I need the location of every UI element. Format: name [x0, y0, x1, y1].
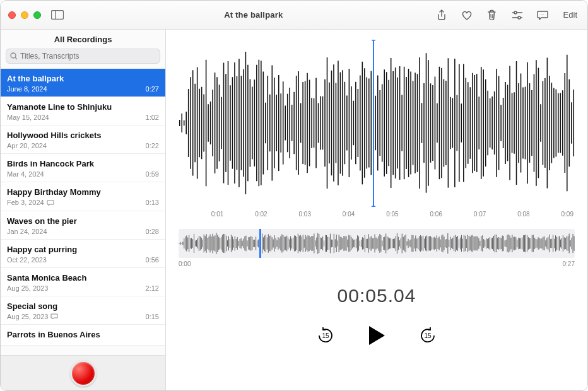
playhead[interactable]	[373, 40, 374, 207]
recording-date: June 8, 2024	[7, 85, 47, 93]
svg-point-9	[11, 53, 16, 58]
search-input[interactable]	[20, 52, 156, 61]
overview-playhead[interactable]	[259, 229, 261, 258]
recording-title: Hollywood Hills crickets	[7, 131, 159, 140]
close-window-button[interactable]	[8, 11, 16, 19]
timeline-tick: 0:08	[517, 211, 529, 218]
overview-start-time: 0:00	[179, 260, 191, 267]
recording-duration: 1:02	[146, 114, 159, 121]
transcript-badge-icon	[47, 200, 54, 207]
recording-item[interactable]: Special songAug 25, 20230:15	[1, 296, 165, 325]
recording-title: At the ballpark	[7, 74, 159, 83]
timeline-tick: 0:02	[255, 211, 267, 218]
svg-point-5	[514, 11, 517, 14]
recording-title: Happy cat purring	[7, 245, 159, 254]
main-panel: 0:010:020:030:040:050:060:070:080:09 0:0…	[166, 30, 587, 390]
sidebar-header: All Recordings	[1, 30, 165, 49]
recording-duration: 0:13	[146, 199, 159, 206]
recording-item[interactable]: Waves on the pierJan 24, 20240:28	[1, 211, 165, 240]
delete-button[interactable]	[485, 8, 499, 22]
recording-title: Parrots in Buenos Aires	[7, 330, 159, 339]
window-title: At the ballpark	[73, 10, 435, 20]
timeline-tick: 0:03	[299, 211, 311, 218]
recording-duration: 0:28	[146, 228, 159, 235]
recording-item[interactable]: Yamanote Line to ShinjukuMay 15, 20241:0…	[1, 97, 165, 125]
app-window: At the ballpark “ ” Edit All Recordings	[0, 0, 588, 391]
timeline-tick: 0:04	[343, 211, 355, 218]
play-button[interactable]	[367, 325, 386, 346]
favorite-button[interactable]	[460, 8, 474, 22]
recording-title: Yamanote Line to Shinjuku	[7, 102, 159, 112]
transcript-badge-icon	[50, 313, 58, 320]
recording-duration: 2:12	[146, 284, 159, 292]
sidebar-toggle-button[interactable]	[49, 8, 66, 22]
recording-date: Aug 25, 2023	[7, 313, 58, 321]
record-button[interactable]	[70, 360, 97, 387]
recording-title: Santa Monica Beach	[7, 273, 159, 283]
edit-button[interactable]: Edit	[561, 10, 580, 20]
recording-date: Feb 3, 2024	[7, 199, 54, 207]
settings-sliders-button[interactable]	[510, 8, 524, 22]
recording-item[interactable]: Happy Birthday MommyFeb 3, 20240:13	[1, 182, 165, 211]
recording-title: Birds in Hancock Park	[7, 159, 159, 168]
recording-title: Special song	[7, 301, 159, 311]
recording-item[interactable]: Santa Monica BeachAug 25, 20232:12	[1, 268, 165, 296]
sidebar: All Recordings At the ballparkJune 8, 20…	[1, 30, 166, 390]
recording-date: Aug 25, 2023	[7, 284, 48, 292]
recording-date: May 15, 2024	[7, 114, 49, 121]
share-button[interactable]	[435, 8, 449, 22]
timeline-tick: 0:09	[561, 211, 573, 218]
overview-end-time: 0:27	[563, 260, 575, 267]
recording-item[interactable]: At the ballparkJune 8, 20240:27	[1, 69, 165, 97]
svg-text:15: 15	[424, 332, 432, 339]
recording-item[interactable]: Birds in Hancock ParkMar 4, 20240:59	[1, 154, 165, 182]
toolbar-right: “ ” Edit	[435, 8, 580, 22]
recording-date: Apr 20, 2024	[7, 142, 47, 149]
waveform-detail[interactable]	[179, 40, 575, 207]
recording-duration: 0:27	[146, 85, 159, 93]
recording-duration: 0:22	[146, 142, 159, 149]
minimize-window-button[interactable]	[21, 11, 28, 19]
zoom-window-button[interactable]	[33, 11, 41, 19]
timeline-ruler: 0:010:020:030:040:050:060:070:080:09	[180, 211, 573, 218]
transcript-button[interactable]: “ ”	[536, 8, 550, 22]
svg-marker-512	[369, 326, 385, 345]
waveform-overview[interactable]: 0:00 0:27	[179, 229, 575, 267]
timeline-tick: 0:07	[474, 211, 486, 218]
recording-date: Mar 4, 2024	[7, 170, 44, 178]
timecode-display: 00:05.04	[179, 285, 575, 306]
recording-duration: 0:56	[146, 256, 159, 264]
skip-back-button[interactable]: 15	[314, 324, 337, 347]
timeline-tick: 0:01	[211, 211, 223, 218]
recording-title: Happy Birthday Mommy	[7, 187, 159, 197]
playback-controls: 15 15	[179, 324, 575, 347]
recording-item[interactable]: Happy cat purringOct 22, 20230:56	[1, 240, 165, 268]
recording-date: Jan 24, 2024	[7, 228, 47, 235]
window-controls	[8, 11, 41, 19]
recording-title: Waves on the pier	[7, 216, 159, 226]
recordings-list[interactable]: At the ballparkJune 8, 20240:27Yamanote …	[1, 69, 165, 355]
timeline-tick: 0:05	[386, 211, 398, 218]
svg-text:“ ”: “ ”	[541, 13, 544, 16]
timeline-tick: 0:06	[430, 211, 442, 218]
recording-item[interactable]: Parrots in Buenos Aires	[1, 325, 165, 346]
svg-rect-0	[52, 11, 64, 20]
search-icon	[10, 52, 18, 60]
recording-duration: 0:15	[146, 313, 159, 320]
svg-line-10	[15, 57, 17, 59]
search-field[interactable]	[6, 49, 160, 64]
svg-point-7	[518, 16, 520, 19]
recording-item[interactable]: Hollywood Hills cricketsApr 20, 20240:22	[1, 125, 165, 154]
recording-duration: 0:59	[146, 170, 159, 178]
record-bar	[1, 355, 165, 390]
recording-date: Oct 22, 2023	[7, 256, 47, 264]
svg-text:15: 15	[322, 332, 329, 339]
skip-forward-button[interactable]: 15	[416, 324, 439, 347]
titlebar: At the ballpark “ ” Edit	[1, 1, 587, 30]
